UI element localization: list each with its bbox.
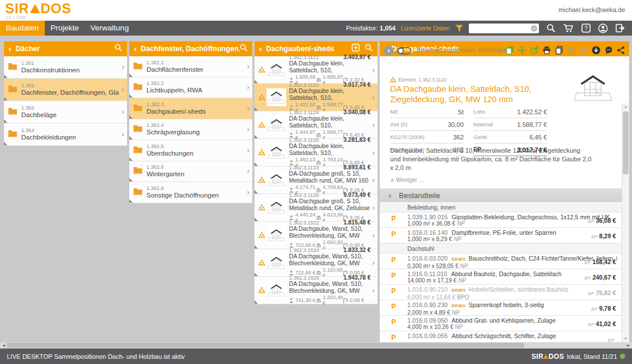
element-row[interactable]: 1.362.3.1122 3.017,74 € DA Dachgaube kle… <box>255 84 377 111</box>
clear-search-icon[interactable]: × <box>531 25 537 32</box>
back-chevron-icon[interactable]: ‹ <box>259 42 262 56</box>
category-code: 1.362.5 <box>147 144 244 150</box>
component-row[interactable]: P 1.016.0.90.210DEMOHobeln/Schleifen, si… <box>380 285 622 300</box>
detail-vertical-scrollbar[interactable]: ▲ ▼ <box>622 103 629 342</box>
category-row[interactable]: 1.362.6 Wintergarten › <box>129 161 252 183</box>
edit-pencil-icon[interactable] <box>580 46 588 55</box>
svg-text:?: ? <box>584 25 588 32</box>
component-row[interactable]: P 1.016.0.09.050DEMOAbbund Grat- und Keh… <box>380 316 622 331</box>
component-quantity: 2,000 m x 4,89 € <box>407 309 450 316</box>
export-icon[interactable] <box>530 46 539 55</box>
component-code: 1.039.1.90.015 <box>407 214 448 220</box>
element-hierarchy-icon <box>259 65 265 75</box>
element-row[interactable]: 1.362.3.1522 1.815,48 € DA Dachgaube, Wa… <box>255 222 377 249</box>
horizontal-scrollbar[interactable]: ◄ ► <box>0 342 632 348</box>
category-row[interactable]: 1.362.5 Überdachungen › <box>129 140 252 161</box>
element-code: 1.362.3.1136 <box>289 192 319 198</box>
nav-tab[interactable]: Baudaten <box>0 21 45 36</box>
property-label: KG276 (2008) <box>390 134 425 140</box>
panel-search-icon[interactable] <box>114 44 122 54</box>
element-main: 1.362.3.1121 3.403,97 € DA Dachgaube kle… <box>289 54 371 86</box>
nav-tab[interactable]: Verwaltung <box>84 21 134 36</box>
component-row[interactable]: P 1.016.0.16.140DEMODampfbremse, PE-Foli… <box>380 228 622 243</box>
category-row[interactable]: 1.362.9 Sonstige Dachöffnungen › <box>129 182 252 203</box>
print-icon[interactable] <box>542 46 551 55</box>
share-icon[interactable] <box>616 46 625 55</box>
edit-mode-toggle[interactable] <box>397 47 411 55</box>
category-label: Dachbeläge <box>21 111 119 119</box>
category-row[interactable]: 1.361 Dachkonstruktionen › <box>4 56 127 79</box>
move-icon[interactable] <box>518 46 526 55</box>
sirados-logo[interactable]: SIRDOS 3.5.1.1069 <box>5 2 71 20</box>
category-row[interactable]: 1.362.4 Schrägverglasung › <box>129 119 252 141</box>
status-bar: LIVE DESKTOP Sammelpositionen Dach- und … <box>0 348 632 364</box>
panel-daecher-header: ‹ Dächer <box>4 41 127 56</box>
dormer-sketch-icon <box>267 254 286 272</box>
component-row[interactable]: P 1.016.0.11.010DEMOAbbund Bauholz, Dach… <box>380 269 622 285</box>
back-chevron-icon[interactable]: ‹ <box>134 42 137 56</box>
element-code: 1.362.3.1133 <box>289 165 319 171</box>
account-icon[interactable] <box>598 24 608 33</box>
duplicate-icon[interactable] <box>506 46 514 55</box>
category-row[interactable]: 1.362.3 Dachgauben/-sheds › <box>129 98 252 119</box>
component-row[interactable]: P 1.039.1.90.015DEMOGipsplatten-Bekleidu… <box>380 212 622 228</box>
component-row[interactable]: Dachstuhl P DEMO EP <box>380 243 622 254</box>
position-icon: P <box>391 231 396 238</box>
detail-toolbar <box>380 56 622 76</box>
component-ep: EP36,08 € <box>588 217 616 225</box>
component-row[interactable]: P 1.016.0.90.230DEMOSparrenkopf hobeln, … <box>380 300 622 316</box>
scroll-right-icon[interactable]: ► <box>626 342 630 348</box>
show-less-link[interactable]: ∧ Weniger ... <box>390 177 423 183</box>
position-icon: P <box>391 257 396 264</box>
scroll-left-icon[interactable]: ◄ <box>2 342 6 348</box>
scrollbar-thumb[interactable] <box>623 111 629 175</box>
components-section-header[interactable]: ∧ Bestandteile <box>380 188 622 202</box>
scroll-down-icon[interactable]: ▼ <box>622 337 629 340</box>
component-title: Abbund Bauholz, Dachgaube, Satteldach <box>451 270 561 277</box>
panel-search-icon[interactable] <box>365 44 373 54</box>
comment-icon[interactable] <box>604 46 613 55</box>
element-row[interactable]: 1.362.3.1126 3.281,83 € DA Dachgaube kle… <box>255 139 377 166</box>
scrollbar-thumb[interactable] <box>7 343 524 348</box>
filter-funnel-icon[interactable] <box>455 24 464 33</box>
category-text: 1.362.6 Wintergarten <box>147 164 244 178</box>
dormer-sketch-icon <box>267 226 286 244</box>
component-code: 1.016.0.90.210 <box>407 286 448 293</box>
category-row[interactable]: 1.362 Dachfenster, Dachöffnungen, Glasdä… <box>4 79 127 101</box>
copy-icon[interactable] <box>555 46 564 55</box>
category-row[interactable]: 1.363 Dachbeläge › <box>4 101 127 123</box>
element-row[interactable]: 1.362.3.1124 3.040,08 € DA Dachgaube kle… <box>255 111 377 139</box>
element-hierarchy-icon <box>390 77 396 83</box>
component-row[interactable]: P 1.016.0.03.020DEMOBauschnittholz, Dach… <box>380 254 622 269</box>
help-icon[interactable]: ? <box>581 24 591 33</box>
component-price-type: NP <box>452 309 460 316</box>
back-chevron-icon[interactable]: ‹ <box>9 42 11 56</box>
logout-icon[interactable] <box>615 24 625 33</box>
preisfaktor-value: 1,054 <box>380 25 396 32</box>
category-row[interactable]: 1.362.1 Dachflächenfenster › <box>129 56 252 78</box>
element-row[interactable]: 1.362.3.1136 9.073,49 € DA-Dachgaube gro… <box>255 194 377 222</box>
element-title: DA Dachgaube klein, Satteldach, S10, Zie… <box>289 143 371 156</box>
search-input[interactable] <box>472 25 529 32</box>
panel-search-icon[interactable] <box>240 44 248 54</box>
category-row[interactable]: 1.362.2 Lichtkuppeln, RWA › <box>129 78 252 99</box>
category-row[interactable]: 1.364 Dachbekleidungen › <box>4 123 127 146</box>
cart-icon[interactable] <box>563 24 574 33</box>
category-code: 1.364 <box>21 127 119 134</box>
component-row[interactable]: Bekleidung, innen P DEMO EP <box>380 202 622 212</box>
element-row[interactable]: 1.362.3.1524 1.833,32 € DA Dachgaube, Wa… <box>255 249 377 277</box>
favorite-star-icon[interactable] <box>567 46 576 55</box>
scroll-up-icon[interactable]: ▲ <box>622 105 629 109</box>
element-row[interactable]: 1.362.3.1526 1.943,78 € DA Dachgaube, Wa… <box>255 277 377 304</box>
navigate-back-icon[interactable]: ‹ <box>384 46 394 56</box>
licensed-data-link[interactable]: Lizenzierte Daten <box>400 25 450 32</box>
component-row[interactable]: P 1.016.0.09.055DEMOAbbund Schrägschnitt… <box>380 331 622 342</box>
download-icon[interactable] <box>592 46 600 55</box>
nav-tab[interactable]: Projekte <box>45 21 85 36</box>
search-icon[interactable] <box>546 24 556 33</box>
component-item: P 1.016.0.03.020DEMOBauschnittholz, Dach… <box>380 254 622 269</box>
element-row[interactable]: 1.362.3.1133 8.893,61 € DA-Dachgaube gro… <box>255 166 377 194</box>
category-code: 1.363 <box>21 105 119 111</box>
grid-plus-icon[interactable] <box>352 44 360 54</box>
element-row[interactable]: 1.362.3.1121 3.403,97 € DA Dachgaube kle… <box>255 56 377 84</box>
